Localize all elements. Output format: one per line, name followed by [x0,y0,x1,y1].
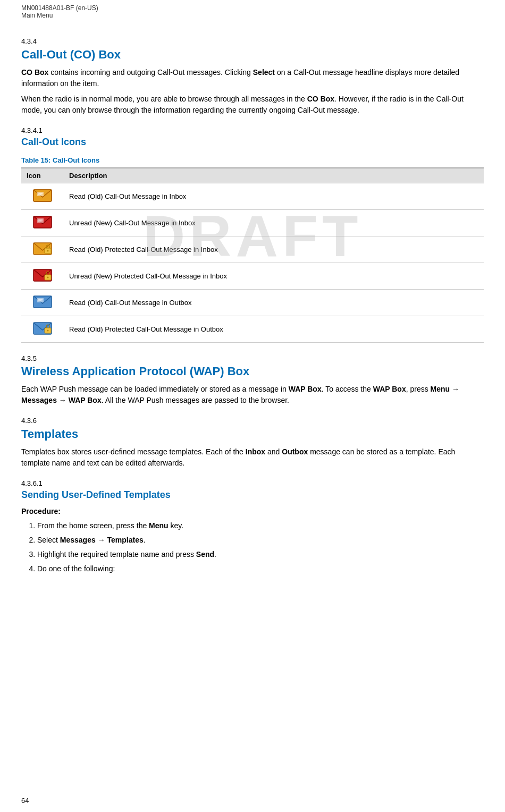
section-title-4-3-5: Wireless Application Protocol (WAP) Box [21,365,484,378]
svg-rect-6 [37,218,44,223]
section-title-4-3-6: Templates [21,427,484,441]
icon-cell [21,236,64,263]
section-num-4-3-4-1: 4.3.4.1 [21,125,484,136]
list-item: Highlight the required template name and… [37,549,484,560]
table-row: Read (Old) Call-Out Message in Outbox [21,289,484,316]
list-item: Select Messages → Templates. [37,535,484,546]
svg-point-21 [47,329,49,331]
row-desc-5: Read (Old) Call-Out Message in Outbox [64,289,484,316]
section-num-4-3-5: 4.3.5 [21,353,484,364]
section-4-3-5: 4.3.5 Wireless Application Protocol (WAP… [21,353,484,407]
list-item: Do one of the following: [37,563,484,574]
section-4-3-4-para2: When the radio is in normal mode, you ar… [21,94,484,116]
doc-id: MN001488A01-BF (en-US) [21,4,484,12]
icon-cell [21,263,64,289]
row-desc-3: Read (Old) Protected Call-Out Message in… [64,236,484,263]
table-row: Unread (New) Protected Call-Out Message … [21,263,484,289]
icon-cell [21,183,64,209]
svg-point-11 [47,250,49,251]
list-item: From the home screen, press the Menu key… [37,520,484,531]
steps-list: From the home screen, press the Menu key… [37,520,484,574]
section-num-4-3-6: 4.3.6 [21,416,484,426]
row-desc-2: Unread (New) Call-Out Message in Inbox [64,209,484,236]
svg-rect-16 [37,298,44,302]
procedure-label: Procedure: [21,506,484,517]
table-row: Read (Old) Call-Out Message in Inbox [21,183,484,209]
row-desc-6: Read (Old) Protected Call-Out Message in… [64,316,484,342]
section-num-4-3-6-1: 4.3.6.1 [21,478,484,489]
section-title-4-3-4: Call-Out (CO) Box [21,48,484,62]
section-title-4-3-6-1: Sending User-Defined Templates [21,489,484,501]
read-protected-inbox-icon [33,241,52,257]
col-icon: Icon [21,168,64,183]
unread-protected-inbox-icon [33,267,52,283]
table-caption: Table 15: Call-Out Icons [21,155,484,168]
col-description: Description [64,168,484,183]
read-outbox-icon [33,294,52,310]
section-4-3-4-para1: CO Box contains incoming and outgoing Ca… [21,67,484,89]
unread-inbox-icon [33,214,52,230]
section-4-3-4: 4.3.4 Call-Out (CO) Box CO Box contains … [21,36,484,343]
section-4-3-6-para1: Templates box stores user-defined messag… [21,446,484,469]
section-num-4-3-4: 4.3.4 [21,36,484,47]
section-4-3-6-1: 4.3.6.1 Sending User-Defined Templates P… [21,478,484,575]
table-row: Read (Old) Protected Call-Out Message in… [21,316,484,342]
section-4-3-4-1: 4.3.4.1 Call-Out Icons Table 15: Call-Ou… [21,125,484,343]
table-row: Unread (New) Call-Out Message in Inbox [21,209,484,236]
icon-cell [21,316,64,342]
svg-rect-2 [37,192,44,196]
read-inbox-icon [33,188,52,204]
section-name: Main Menu [21,12,484,19]
read-protected-outbox-icon [33,320,52,336]
row-desc-4: Unread (New) Protected Call-Out Message … [64,263,484,289]
icon-cell [21,209,64,236]
page-number: 64 [21,797,29,805]
section-4-3-5-para1: Each WAP Push message can be loaded imme… [21,384,484,406]
section-title-4-3-4-1: Call-Out Icons [21,137,484,148]
table-row: Read (Old) Protected Call-Out Message in… [21,236,484,263]
page-header: MN001488A01-BF (en-US) Main Menu [0,0,505,21]
svg-point-14 [47,276,49,278]
icon-cell [21,289,64,316]
content: 4.3.4 Call-Out (CO) Box CO Box contains … [0,21,505,599]
section-4-3-6: 4.3.6 Templates Templates box stores use… [21,416,484,574]
callout-icons-table: Icon Description [21,168,484,343]
row-desc-1: Read (Old) Call-Out Message in Inbox [64,183,484,209]
